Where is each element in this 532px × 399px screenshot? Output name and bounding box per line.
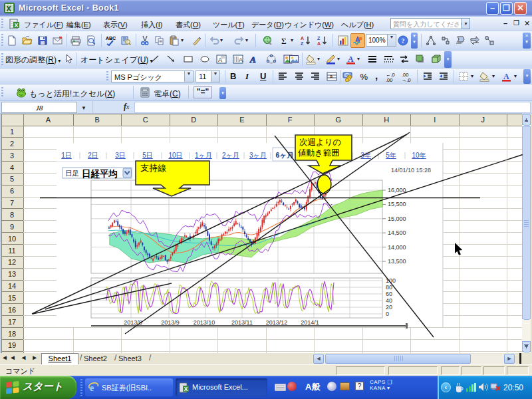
svg-text:G: G [336, 116, 342, 124]
svg-text:0: 0 [386, 311, 389, 317]
svg-text:16: 16 [8, 306, 16, 314]
svg-text:8: 8 [10, 211, 14, 219]
svg-text:A: A [301, 36, 304, 41]
svg-text:X: X [7, 5, 12, 13]
svg-text:3: 3 [10, 152, 14, 160]
svg-text:1ヶ月: 1ヶ月 [195, 152, 212, 159]
svg-text:2013/9: 2013/9 [161, 319, 180, 326]
svg-text:11: 11 [8, 247, 15, 255]
svg-text:14,000: 14,000 [388, 244, 406, 251]
svg-text:3ヶ月: 3ヶ月 [249, 152, 267, 159]
svg-text:60: 60 [386, 291, 392, 297]
svg-text:4: 4 [10, 164, 14, 172]
svg-text:5日: 5日 [142, 152, 153, 159]
svg-text:13: 13 [8, 270, 16, 278]
svg-text:9: 9 [10, 223, 14, 231]
svg-text:J: J [481, 116, 485, 124]
svg-text:2014/1: 2014/1 [301, 319, 319, 326]
svg-text:40: 40 [386, 297, 392, 304]
svg-text:17: 17 [8, 318, 16, 326]
svg-text:X: X [184, 385, 188, 392]
svg-text:H: H [384, 116, 389, 124]
svg-text:6: 6 [10, 187, 14, 195]
svg-text:14/01/10 15:28: 14/01/10 15:28 [391, 167, 431, 174]
svg-text:F: F [288, 116, 293, 124]
svg-text:5年: 5年 [386, 152, 396, 159]
svg-text:%: % [360, 72, 368, 82]
svg-text:C: C [143, 116, 148, 124]
svg-text:18: 18 [8, 330, 16, 338]
svg-text:3日: 3日 [115, 152, 126, 159]
svg-text:10: 10 [8, 235, 16, 243]
svg-text:→.0: →.0 [402, 76, 411, 82]
svg-text:A: A [503, 72, 509, 81]
svg-text:12: 12 [8, 258, 16, 266]
svg-text:1: 1 [10, 128, 14, 136]
svg-text:5: 5 [10, 175, 14, 183]
svg-text:2: 2 [10, 140, 14, 148]
svg-text:19: 19 [8, 341, 16, 349]
svg-text:Σ: Σ [281, 36, 287, 46]
svg-text:80: 80 [386, 284, 392, 291]
svg-text:日経平均: 日経平均 [82, 169, 118, 179]
svg-text:Z: Z [317, 36, 321, 41]
svg-text:7: 7 [10, 199, 14, 207]
svg-text:2013/8: 2013/8 [124, 319, 142, 326]
svg-text:Z: Z [301, 41, 304, 46]
svg-text:A: A [239, 57, 243, 63]
svg-text:2日: 2日 [88, 152, 98, 159]
svg-text:6ヶ月: 6ヶ月 [275, 151, 293, 159]
svg-text:10日: 10日 [168, 152, 182, 159]
svg-text:10年: 10年 [412, 152, 426, 159]
svg-text:20: 20 [386, 304, 392, 311]
svg-text:I: I [434, 116, 436, 124]
svg-text:?: ? [402, 37, 405, 45]
svg-text:15,500: 15,500 [388, 201, 406, 207]
svg-text:A: A [46, 116, 51, 124]
svg-text:X: X [15, 21, 19, 28]
svg-text:E: E [239, 116, 244, 124]
svg-text:16,000: 16,000 [388, 187, 406, 194]
svg-text:D: D [191, 116, 196, 124]
svg-text:ABC: ABC [106, 36, 116, 41]
svg-text:支持線: 支持線 [140, 163, 166, 173]
svg-text:A: A [348, 55, 354, 64]
svg-text:2013/12: 2013/12 [266, 319, 288, 326]
svg-text:14,500: 14,500 [388, 229, 406, 236]
svg-text:A: A [317, 41, 321, 46]
svg-text:次週よりの: 次週よりの [299, 138, 341, 147]
svg-text:A: A [249, 55, 256, 65]
svg-text:日足: 日足 [65, 169, 79, 177]
svg-text:a: a [330, 73, 332, 78]
svg-text:14: 14 [8, 282, 16, 290]
svg-text:13,500: 13,500 [388, 258, 406, 265]
svg-text:15: 15 [8, 294, 16, 302]
svg-text:1日: 1日 [61, 152, 72, 159]
svg-text:15,000: 15,000 [388, 215, 406, 222]
svg-text:2013/11: 2013/11 [231, 319, 253, 326]
svg-text:.00: .00 [386, 76, 392, 82]
svg-text:,: , [375, 71, 378, 81]
svg-text:値動き範囲: 値動き範囲 [298, 148, 340, 158]
svg-text:B: B [95, 116, 100, 124]
svg-text:2ヶ月: 2ヶ月 [222, 152, 239, 159]
svg-text:2013/10: 2013/10 [194, 319, 215, 326]
